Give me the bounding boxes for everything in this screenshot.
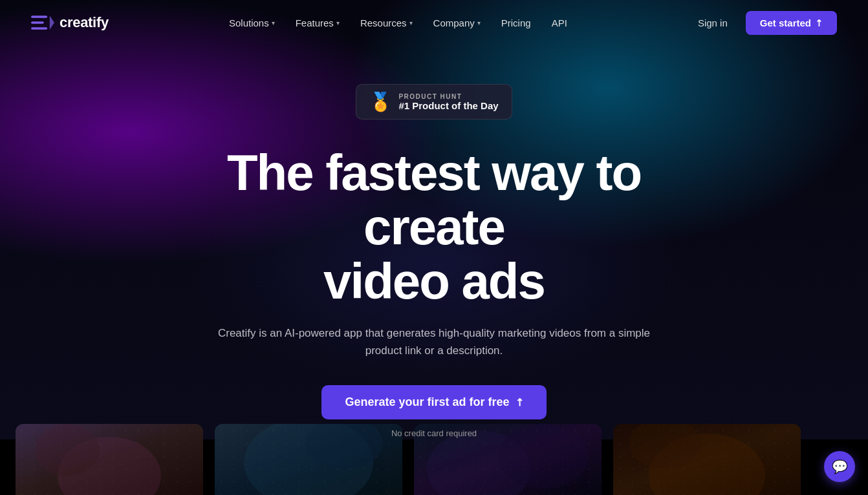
nav-company[interactable]: Company ▾ [424,12,490,34]
hero-headline: The fastest way to create video ads [156,145,712,309]
hero-section: 🏅 PRODUCT HUNT #1 Product of the Day The… [0,45,868,470]
nav-resources[interactable]: Resources ▾ [351,12,422,34]
navigation: creatify Solutions ▾ Features ▾ Resource… [0,0,868,45]
sign-in-button[interactable]: Sign in [688,12,738,34]
hero-subtext: Creatify is an AI-powered app that gener… [208,324,660,359]
nav-solutions[interactable]: Solutions ▾ [220,12,284,34]
badge-text: PRODUCT HUNT #1 Product of the Day [398,93,498,111]
arrow-icon: ↗ [512,395,526,410]
logo[interactable]: creatify [31,13,109,32]
logo-text: creatify [60,14,109,31]
chevron-down-icon: ▾ [409,19,413,26]
nav-features[interactable]: Features ▾ [287,12,349,34]
nav-actions: Sign in Get started ↗ [688,11,837,35]
svg-marker-3 [50,16,54,30]
nav-links: Solutions ▾ Features ▾ Resources ▾ Compa… [220,12,576,34]
svg-rect-2 [31,27,47,30]
get-started-button[interactable]: Get started ↗ [746,11,837,35]
nav-pricing[interactable]: Pricing [492,12,540,34]
medal-icon: 🏅 [369,91,392,112]
product-hunt-badge: 🏅 PRODUCT HUNT #1 Product of the Day [356,84,512,120]
chevron-down-icon: ▾ [272,19,275,26]
logo-icon [31,13,54,32]
svg-rect-0 [31,16,47,18]
chevron-down-icon: ▾ [336,19,340,26]
no-credit-card-text: No credit card required [391,428,477,438]
chevron-down-icon: ▾ [477,19,481,26]
chat-button[interactable]: 💬 [824,451,855,482]
chat-icon: 💬 [832,459,848,474]
svg-rect-1 [31,21,44,24]
arrow-icon: ↗ [812,16,825,29]
cta-button[interactable]: Generate your first ad for free ↗ [321,385,546,419]
nav-api[interactable]: API [543,12,576,34]
